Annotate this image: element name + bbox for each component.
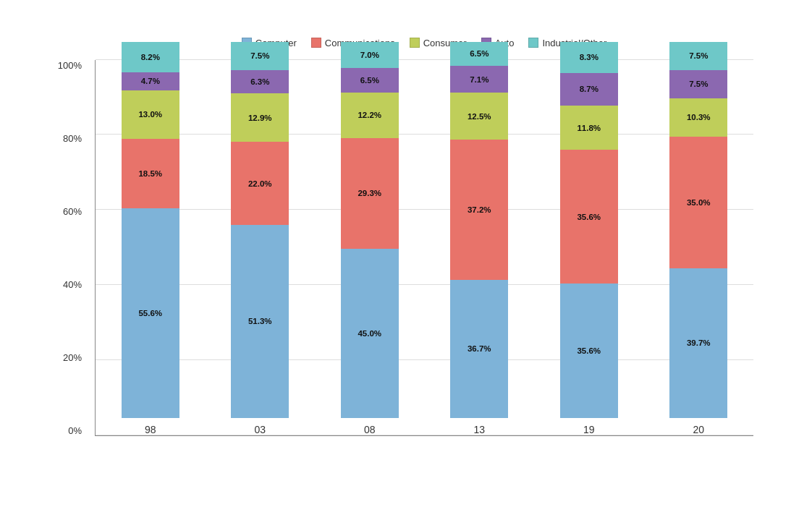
bar-group: 45.0%29.3%12.2%6.5%7.0%08 [334,60,406,435]
bar-segment-label: 12.9% [248,114,272,122]
bar-segment-communications: 18.5% [122,139,179,208]
legend-swatch [311,38,321,48]
y-axis-label: 100% [58,60,82,71]
bar-segment-label: 37.2% [468,205,491,214]
bar-segment-industrial-other: 7.0% [341,42,399,68]
bar-segment-consumer: 13.0% [122,90,179,140]
bar-segment-computer: 35.6% [560,284,618,417]
bar-segment-label: 8.3% [580,53,599,61]
grid-line [96,209,753,210]
bar-segment-label: 6.5% [470,49,489,58]
bar-segment-label: 11.8% [577,124,601,132]
bar-segment-communications: 29.3% [341,138,399,248]
y-axis-label: 0% [68,425,82,436]
bar-segment-label: 7.1% [470,75,489,84]
bar-segment-label: 18.5% [138,169,162,178]
chart-area: 100%80%60%40%20%0% 55.6%18.5%13.0%4.7%8.… [95,60,753,436]
bar-segment-label: 7.0% [360,51,379,59]
bar-stack: 51.3%22.0%12.9%6.3%7.5% [231,42,289,418]
bar-segment-label: 29.3% [358,189,381,197]
bar-group: 55.6%18.5%13.0%4.7%8.2%98 [114,60,187,435]
bar-segment-industrial-other: 7.5% [231,42,289,70]
legend-swatch [410,38,420,48]
bar-segment-label: 36.7% [468,344,491,353]
bar-segment-label: 6.5% [360,76,379,85]
bar-group: 51.3%22.0%12.9%6.3%7.5%03 [224,60,296,435]
bar-segment-consumer: 12.5% [450,93,508,140]
grid-line [96,59,753,60]
bar-group: 39.7%35.0%10.3%7.5%7.5%20 [662,60,735,435]
chart-container: ComputerCommunicationsConsumerAutoIndust… [44,14,768,506]
bar-segment-computer: 45.0% [341,249,399,418]
x-axis-label: 98 [145,424,156,435]
bar-segment-auto: 4.7% [122,72,179,90]
x-axis-label: 03 [254,424,266,435]
bar-segment-computer: 55.6% [122,208,179,417]
bars-area: 55.6%18.5%13.0%4.7%8.2%9851.3%22.0%12.9%… [95,60,753,436]
bar-segment-label: 10.3% [687,113,711,122]
bar-segment-communications: 35.0% [669,137,727,268]
bar-segment-auto: 8.7% [560,73,618,106]
bar-segment-label: 7.5% [250,51,269,60]
y-axis: 100%80%60%40%20%0% [55,60,88,436]
bar-stack: 35.6%35.6%11.8%8.7%8.3% [560,42,618,418]
x-axis-label: 19 [583,424,595,435]
y-axis-label: 60% [63,206,82,217]
legend: ComputerCommunicationsConsumerAutoIndust… [95,38,753,48]
grid-line [96,284,753,285]
bar-segment-consumer: 11.8% [560,106,618,150]
bar-segment-auto: 6.3% [231,70,289,94]
bar-segment-label: 4.7% [141,77,160,85]
bar-segment-computer: 39.7% [669,268,727,417]
grid-line [96,359,753,360]
bar-segment-consumer: 12.2% [341,93,399,138]
bar-segment-computer: 36.7% [450,280,508,418]
bar-segment-label: 35.0% [687,198,711,207]
bar-segment-computer: 51.3% [231,225,289,418]
x-axis-label: 08 [364,424,376,435]
bar-segment-label: 39.7% [687,338,711,347]
y-axis-label: 20% [63,352,82,363]
bar-stack: 45.0%29.3%12.2%6.5%7.0% [341,42,399,418]
y-axis-label: 40% [63,279,82,290]
bar-segment-auto: 6.5% [341,68,399,93]
bar-segment-label: 35.6% [577,213,601,221]
bar-segment-industrial-other: 8.2% [122,42,179,73]
bar-segment-communications: 35.6% [560,150,618,284]
y-axis-label: 80% [63,133,82,144]
bar-segment-industrial-other: 7.5% [669,42,727,70]
bar-segment-label: 13.0% [138,110,162,119]
bar-segment-label: 51.3% [248,317,272,325]
grid-lines [96,60,753,435]
bar-segment-auto: 7.1% [450,66,508,93]
bar-segment-label: 55.6% [138,309,162,317]
bar-segment-label: 45.0% [358,329,381,338]
bar-group: 36.7%37.2%12.5%7.1%6.5%13 [443,60,515,435]
bar-segment-label: 6.3% [250,77,269,86]
bar-segment-label: 22.0% [248,179,272,188]
grid-line [96,134,753,135]
bar-stack: 55.6%18.5%13.0%4.7%8.2% [122,42,179,418]
bar-segment-label: 8.7% [580,85,599,93]
bar-segment-label: 12.2% [358,111,381,119]
bar-segment-label: 12.5% [468,112,491,121]
bar-segment-communications: 22.0% [231,142,289,224]
bar-segment-auto: 7.5% [669,70,727,98]
bar-segment-consumer: 10.3% [669,98,727,137]
x-axis-label: 20 [693,424,704,435]
bar-segment-consumer: 12.9% [231,93,289,142]
bar-segment-industrial-other: 8.3% [560,42,618,73]
bar-segment-label: 7.5% [689,80,708,88]
x-axis-label: 13 [473,424,485,435]
grid-line [96,435,753,435]
bar-stack: 39.7%35.0%10.3%7.5%7.5% [669,42,727,418]
bar-segment-label: 7.5% [689,51,708,60]
bar-stack: 36.7%37.2%12.5%7.1%6.5% [450,42,508,418]
bar-segment-industrial-other: 6.5% [450,42,508,67]
bar-segment-label: 35.6% [577,346,601,355]
bar-group: 35.6%35.6%11.8%8.7%8.3%19 [553,60,625,435]
bar-segment-communications: 37.2% [450,140,508,279]
bar-segment-label: 8.2% [141,53,160,61]
legend-swatch [528,38,538,48]
